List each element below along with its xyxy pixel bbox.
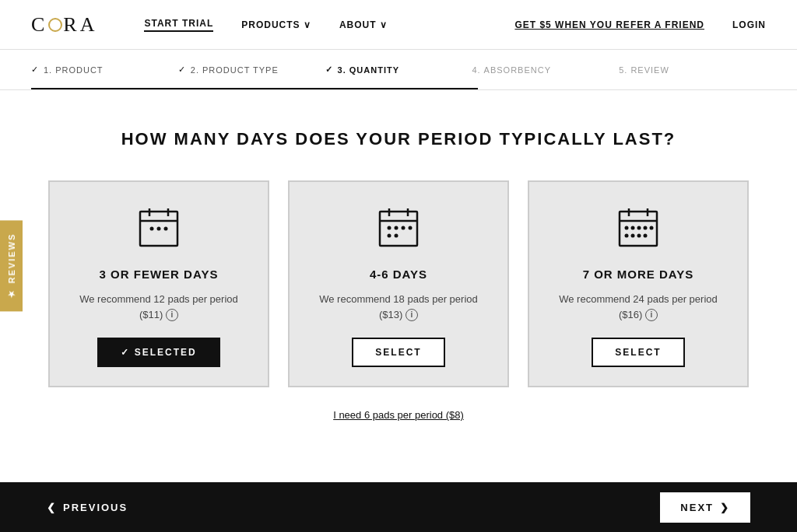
svg-point-15 [388,234,391,238]
svg-point-25 [650,226,654,230]
card-mid-days[interactable]: 4-6 DAYS We recommend 18 pads per period… [288,180,509,387]
nav-products[interactable]: PRODUCTS ∨ [241,19,311,30]
step-label-3: QUANTITY [349,65,399,75]
progress-bar: ✓ 1. PRODUCT ✓ 2. PRODUCT TYPE ✓ 3. QUAN… [0,50,797,90]
svg-point-13 [402,226,406,230]
nav-refer[interactable]: GET $5 WHEN YOU REFER A FRIEND [514,19,704,30]
svg-point-23 [637,226,641,230]
progress-step-4[interactable]: 4. ABSORBENCY [472,65,619,75]
progress-step-2[interactable]: ✓ 2. PRODUCT TYPE [178,65,325,75]
calendar-icon-few [135,204,182,254]
select-button-many[interactable]: SELECT [592,338,684,367]
svg-point-14 [409,226,413,230]
nav-about[interactable]: ABOUT ∨ [339,19,388,30]
navbar: CRA START TRIAL PRODUCTS ∨ ABOUT ∨ GET $… [0,0,797,50]
prev-label: PREVIOUS [63,502,128,513]
step-label-5: REVIEW [630,65,669,75]
step-num-5: 5. [619,65,627,75]
check-selected-icon: ✓ [121,347,130,358]
nav-links: START TRIAL PRODUCTS ∨ ABOUT ∨ [144,18,514,32]
svg-point-21 [625,226,629,230]
card-few-days[interactable]: 3 OR FEWER DAYS We recommend 12 pads per… [48,180,269,387]
svg-point-26 [625,234,629,238]
card-title-many: 7 OR MORE DAYS [583,268,694,281]
step-label-2: PRODUCT TYPE [202,65,279,75]
progress-step-3[interactable]: ✓ 3. QUANTITY [325,65,472,75]
svg-point-6 [164,227,168,231]
nav-right: GET $5 WHEN YOU REFER A FRIEND LOGIN [514,19,766,30]
logo-circle [48,18,62,32]
info-icon-few[interactable]: i [166,309,178,321]
page-title: HOW MANY DAYS DOES YOUR PERIOD TYPICALLY… [121,129,676,149]
option-cards: 3 OR FEWER DAYS We recommend 12 pads per… [48,180,749,387]
reviews-tab[interactable]: ★ REVIEWS [0,221,23,312]
calendar-icon-many [615,204,662,254]
step-num-4: 4. [472,65,480,75]
step-num-3: 3. [338,65,346,75]
calendar-icon-mid [375,204,422,254]
card-title-few: 3 OR FEWER DAYS [100,268,219,281]
check-icon-2: ✓ [178,65,186,75]
svg-point-29 [644,234,648,238]
info-icon-mid[interactable]: i [406,309,418,321]
svg-point-11 [388,226,391,230]
footer: ❮ PREVIOUS NEXT ❯ [0,482,797,532]
select-button-mid[interactable]: SELECT [352,338,444,367]
card-desc-mid: We recommend 18 pads per period ($13) i [319,292,478,322]
progress-step-1[interactable]: ✓ 1. PRODUCT [31,65,178,75]
svg-point-12 [395,226,398,230]
prev-arrow-icon: ❮ [47,502,57,513]
step-num-1: 1. [44,65,52,75]
check-icon-3: ✓ [325,65,333,75]
svg-point-5 [157,227,161,231]
progress-step-5[interactable]: 5. REVIEW [619,65,766,75]
card-title-mid: 4-6 DAYS [370,268,427,281]
nav-login[interactable]: LOGIN [732,19,766,30]
card-desc-few: We recommend 12 pads per period ($11) i [79,292,238,322]
logo[interactable]: CRA [31,13,97,37]
check-icon-1: ✓ [31,65,39,75]
alt-option-link[interactable]: I need 6 pads per period ($8) [333,409,464,421]
svg-point-28 [637,234,641,238]
svg-point-24 [644,226,648,230]
svg-point-4 [150,227,154,231]
next-button[interactable]: NEXT ❯ [660,492,750,523]
step-num-2: 2. [191,65,199,75]
next-label: NEXT [680,502,714,513]
step-label-1: PRODUCT [55,65,103,75]
card-desc-many: We recommend 24 pads per period ($16) i [559,292,718,322]
select-button-few[interactable]: ✓ SELECTED [97,338,219,367]
progress-track [31,88,478,89]
svg-point-22 [631,226,635,230]
step-label-4: ABSORBENCY [484,65,551,75]
nav-start-trial[interactable]: START TRIAL [144,18,213,32]
next-arrow-icon: ❯ [720,502,730,513]
svg-point-16 [395,234,398,238]
info-icon-many[interactable]: i [645,309,658,321]
previous-button[interactable]: ❮ PREVIOUS [47,502,128,513]
main-content: HOW MANY DAYS DOES YOUR PERIOD TYPICALLY… [0,90,797,444]
svg-point-27 [631,234,635,238]
card-many-days[interactable]: 7 OR MORE DAYS We recommend 24 pads per … [528,180,749,387]
